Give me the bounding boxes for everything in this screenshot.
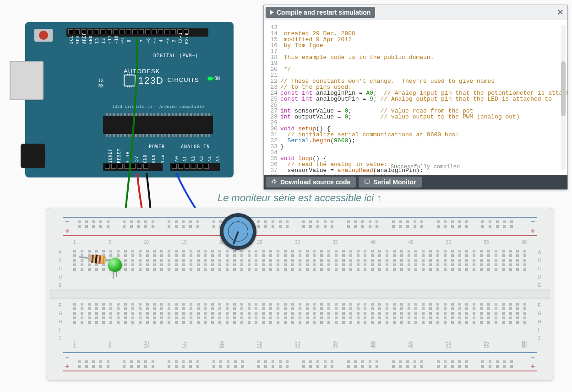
download-icon — [271, 179, 278, 185]
bot-rail-red — [63, 371, 537, 371]
chip-icon — [124, 75, 136, 86]
scrollbar-thumb[interactable] — [561, 61, 566, 116]
potentiometer[interactable] — [220, 213, 256, 250]
bot-rail-blue — [63, 352, 537, 353]
serial-hint-annotation: Le moniteur série est accessible ici ↑ — [218, 192, 381, 204]
workspace: Compile and restart simulation ✕ 1314151… — [0, 0, 572, 392]
download-button-label: Download source code — [280, 178, 350, 186]
play-icon — [270, 10, 274, 15]
row-letters-tl: ABCDE — [59, 250, 62, 289]
power-section-label: POWER — [149, 144, 165, 149]
compile-button-label: Compile and restart simulation — [277, 9, 370, 16]
led-bulb — [108, 258, 122, 272]
power-header[interactable] — [103, 163, 163, 171]
bot-rail-holes[interactable] — [78, 360, 522, 368]
row-letters-bl: FGHIJ — [59, 303, 62, 342]
download-source-button[interactable]: Download source code — [266, 177, 356, 188]
brand-label: AUTODESK — [124, 68, 199, 75]
editor-scrollbar[interactable] — [561, 25, 566, 170]
tx-label: TX — [98, 78, 104, 83]
svg-rect-1 — [367, 184, 369, 184]
minus-sign-r: − — [531, 218, 535, 226]
microcontroller-chip — [103, 116, 213, 134]
code-panel-footer: Download source code Serial Monitor — [264, 175, 567, 189]
analog-section-label: ANALOG IN — [181, 144, 210, 149]
led-legs — [112, 271, 118, 280]
monitor-icon — [364, 179, 370, 185]
tie-points-top[interactable] — [73, 250, 527, 271]
close-icon[interactable]: ✕ — [555, 8, 566, 16]
row-letters-tr: ABCDE — [538, 250, 541, 289]
reset-button[interactable] — [34, 29, 53, 42]
minus-sign: − — [65, 218, 69, 226]
logo: AUTODESK 123D CIRCUITS — [124, 68, 199, 86]
led[interactable] — [108, 258, 122, 276]
code-panel-header: Compile and restart simulation ✕ — [264, 5, 567, 20]
resistor-body — [89, 254, 107, 264]
tx-rx-labels: TX RX — [98, 78, 104, 89]
code-content: created 29 Dec. 2008 modified 9 Apr 2012… — [280, 25, 559, 175]
top-rail-holes[interactable] — [78, 220, 522, 228]
breadboard[interactable]: − + − + − + − + 151015202530354045505560… — [46, 208, 554, 381]
plus-sign-br: + — [531, 362, 535, 371]
barrel-jack — [21, 144, 45, 168]
on-led-label: ON — [208, 76, 220, 81]
plus-sign: + — [65, 227, 69, 235]
col-numbers-top: 151015202530354045505560 — [73, 240, 527, 245]
resistor-band-1 — [91, 255, 94, 263]
compile-button[interactable]: Compile and restart simulation — [266, 7, 375, 18]
line-number-gutter: 1314151617181920212223242526272829303132… — [264, 25, 278, 175]
rx-label: RX — [98, 83, 104, 89]
minus-sign-bl: − — [65, 353, 69, 361]
row-letters-br: FGHIJ — [538, 303, 541, 342]
analog-header[interactable] — [170, 163, 220, 171]
minus-sign-br: − — [531, 353, 535, 361]
top-rail-red — [63, 235, 537, 236]
plus-sign-bl: + — [65, 362, 69, 371]
resistor-band-4 — [102, 256, 105, 264]
resistor-band-3 — [98, 255, 101, 263]
serial-monitor-button[interactable]: Serial Monitor — [359, 177, 421, 188]
pot-indicator-icon — [233, 231, 239, 245]
resistor-band-2 — [95, 255, 98, 263]
usb-port — [10, 61, 44, 100]
plus-sign-r: + — [531, 227, 535, 235]
svg-rect-0 — [365, 180, 370, 183]
compile-status: Successfully compiled — [291, 164, 559, 170]
compat-label: 123d circuits.io - Arduino compatible — [112, 104, 204, 109]
code-editor[interactable]: 1314151617181920212223242526272829303132… — [264, 20, 567, 175]
product-name: 123D — [138, 75, 164, 86]
digital-pin-labels: SCLSDAAREFGND1312~11~10~987~6~54~32TX→1R… — [68, 38, 190, 43]
tie-points-bot[interactable] — [73, 303, 527, 324]
col-numbers-mid: 151015202530354045505560 — [73, 340, 527, 345]
breadboard-center-gap — [50, 290, 550, 299]
product-label: 123D CIRCUITS — [138, 75, 199, 86]
analog-pin-labels: A0A1A2A3A4A5 — [173, 156, 222, 161]
product-suffix: CIRCUITS — [167, 76, 199, 83]
top-rail-blue — [63, 217, 537, 218]
digital-section-label: DIGITAL (PWM~) — [153, 53, 198, 58]
serial-button-label: Serial Monitor — [373, 178, 416, 186]
code-panel: Compile and restart simulation ✕ 1314151… — [263, 5, 568, 190]
arduino-board[interactable]: TX RX ON AUTODESK 123D CIRCUITS 123d cir… — [25, 22, 234, 177]
power-pin-labels: IOREFRESET3.3V5VGNDGNDVin — [106, 156, 167, 161]
